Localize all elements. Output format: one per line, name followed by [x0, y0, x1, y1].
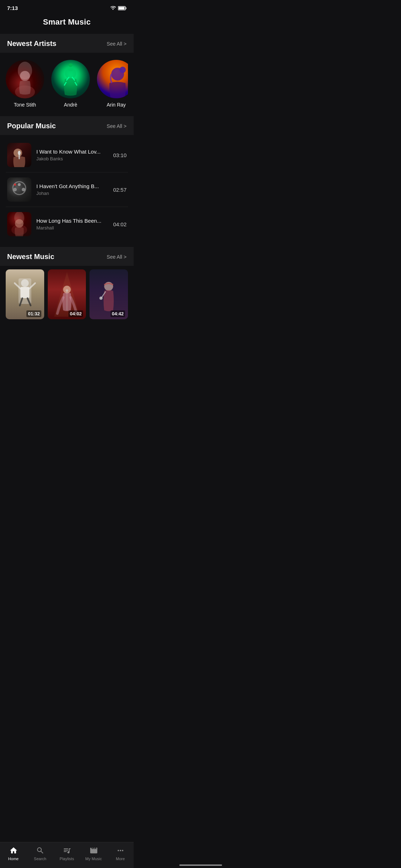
- svg-rect-2: [119, 7, 125, 9]
- svg-point-18: [18, 183, 21, 186]
- newest-music-see-all[interactable]: See All >: [107, 254, 127, 260]
- track-info-2: How Long Has This Been... Marshall: [36, 218, 108, 231]
- newest-music-grid: 01:32 04:02: [0, 266, 134, 319]
- newest-item-0[interactable]: 01:32: [6, 269, 44, 319]
- svg-point-19: [14, 184, 16, 186]
- artist-avatar-arin-ray: [97, 60, 128, 98]
- track-thumb-2: [7, 212, 31, 236]
- track-item-2[interactable]: How Long Has This Been... Marshall 04:02: [6, 207, 128, 241]
- track-title-0: I Want to Know What Lov...: [36, 149, 108, 155]
- track-artist-2: Marshall: [36, 225, 108, 231]
- artists-section: Tone Stith Andrè: [0, 53, 134, 116]
- newest-item-2[interactable]: 04:42: [89, 269, 128, 319]
- svg-point-5: [18, 62, 32, 79]
- track-title-1: I Haven't Got Anything B...: [36, 183, 108, 189]
- track-title-2: How Long Has This Been...: [36, 218, 108, 224]
- svg-point-14: [18, 151, 21, 155]
- popular-music-see-all[interactable]: See All >: [107, 123, 127, 129]
- track-info-0: I Want to Know What Lov... Jakob Banks: [36, 149, 108, 161]
- newest-music-title: Newest Music: [7, 253, 54, 261]
- svg-point-35: [99, 296, 103, 300]
- svg-point-17: [22, 188, 25, 191]
- track-list: I Want to Know What Lov... Jakob Banks 0…: [0, 135, 134, 244]
- newest-duration-2: 04:42: [110, 310, 125, 317]
- newest-artists-see-all[interactable]: See All >: [107, 41, 127, 47]
- battery-icon: [118, 6, 127, 10]
- newest-music-header: Newest Music See All >: [0, 247, 134, 266]
- artists-row: Tone Stith Andrè: [6, 60, 128, 108]
- status-icons: [110, 6, 127, 10]
- popular-music-section: I Want to Know What Lov... Jakob Banks 0…: [0, 135, 134, 247]
- status-bar: 7:13: [0, 0, 134, 14]
- wifi-icon: [110, 6, 116, 10]
- svg-point-8: [68, 63, 73, 67]
- track-duration-1: 02:57: [113, 187, 127, 193]
- artist-name-tone-stith: Tone Stith: [14, 102, 36, 108]
- track-duration-0: 03:10: [113, 152, 127, 158]
- app-title: Smart Music: [0, 14, 134, 34]
- artist-avatar-tone-stith: [6, 60, 44, 98]
- newest-artists-title: Newest Artists: [7, 40, 56, 48]
- track-artist-1: Johan: [36, 191, 108, 196]
- svg-point-10: [119, 67, 126, 73]
- track-thumb-1: [7, 177, 31, 202]
- newest-music-section: 01:32 04:02: [0, 266, 134, 325]
- svg-point-16: [13, 188, 17, 191]
- newest-duration-1: 04:02: [68, 310, 83, 317]
- track-duration-2: 04:02: [113, 221, 127, 227]
- popular-music-header: Popular Music See All >: [0, 116, 134, 135]
- svg-rect-1: [126, 7, 127, 9]
- artist-item-andre[interactable]: Andrè: [51, 60, 90, 108]
- svg-point-24: [21, 279, 29, 287]
- artist-avatar-andre: [51, 60, 90, 98]
- track-artist-0: Jakob Banks: [36, 156, 108, 161]
- status-time: 7:13: [7, 5, 18, 11]
- newest-artists-header: Newest Artists See All >: [0, 34, 134, 53]
- popular-music-title: Popular Music: [7, 122, 56, 130]
- newest-duration-0: 01:32: [26, 310, 41, 317]
- newest-item-1[interactable]: 04:02: [48, 269, 86, 319]
- svg-rect-25: [20, 287, 29, 298]
- artist-item-arin-ray[interactable]: Arin Ray: [97, 60, 128, 108]
- artist-name-andre: Andrè: [64, 102, 77, 108]
- track-item-0[interactable]: I Want to Know What Lov... Jakob Banks 0…: [6, 138, 128, 172]
- track-info-1: I Haven't Got Anything B... Johan: [36, 183, 108, 196]
- artist-item-tone-stith[interactable]: Tone Stith: [6, 60, 44, 108]
- artist-name-arin-ray: Arin Ray: [107, 102, 126, 108]
- track-thumb-0: [7, 143, 31, 167]
- track-item-1[interactable]: I Haven't Got Anything B... Johan 02:57: [6, 172, 128, 207]
